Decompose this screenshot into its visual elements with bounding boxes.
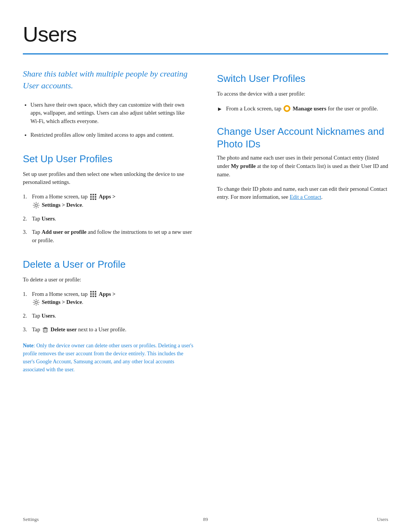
apps-icon <box>90 193 97 200</box>
svg-rect-4 <box>92 196 94 198</box>
svg-rect-18 <box>95 296 96 297</box>
delete-step-num-1: 1. <box>23 290 30 307</box>
switch-profiles-section: Switch User Profiles To access the devic… <box>217 71 388 113</box>
settings-icon-2 <box>33 299 40 306</box>
delete-step-1-text: From a Home screen, tap <box>32 290 116 307</box>
delete-step-1: 1. From a Home screen, tap <box>23 290 194 307</box>
footer-right: Users <box>377 516 388 523</box>
setup-step-3-text: Tap Add user or profile and follow the i… <box>32 228 194 245</box>
note-content: : Only the device owner can delete other… <box>23 343 193 372</box>
users-label-2: Users <box>41 313 55 319</box>
footer-center: 89 <box>203 516 208 523</box>
delete-profile-intro: To delete a user or profile: <box>23 276 194 284</box>
svg-rect-8 <box>95 198 96 200</box>
step-num-1: 1. <box>23 193 30 209</box>
change-account-para2-after: . <box>321 194 323 200</box>
change-account-section: Change User Account Nicknames and Photo … <box>217 125 388 201</box>
delete-steps-list: 1. From a Home screen, tap <box>23 290 194 334</box>
footer-page-number: 89 <box>203 516 208 522</box>
svg-rect-2 <box>95 194 96 195</box>
svg-rect-12 <box>95 291 96 292</box>
change-account-para1: The photo and name each user uses in the… <box>217 154 388 179</box>
svg-rect-1 <box>92 194 94 195</box>
step-num-3: 3. <box>23 228 30 245</box>
change-account-para2: To change their ID photo and name, each … <box>217 185 388 202</box>
manage-users-label: Manage users <box>293 105 327 112</box>
setup-step-3: 3. Tap Add user or profile and follow th… <box>23 228 194 245</box>
delete-user-label: Delete user <box>51 326 77 332</box>
setup-step-1: 1. From a Home screen, tap <box>23 193 194 209</box>
delete-step-num-3: 3. <box>23 326 30 334</box>
apps-label-2: Apps > <box>99 291 115 297</box>
svg-rect-0 <box>90 194 92 195</box>
footer-left: Settings <box>23 516 39 523</box>
delete-step-2-text: Tap Users. <box>32 312 56 320</box>
top-divider <box>23 53 388 54</box>
change-account-title: Change User Account Nicknames and Photo … <box>217 125 388 150</box>
edit-contact-link[interactable]: Edit a Contact <box>290 194 321 200</box>
setup-step-2: 2. Tap Users. <box>23 215 194 223</box>
my-profile-label: My profile <box>231 163 256 169</box>
delete-profile-title: Delete a User or Profile <box>23 257 194 272</box>
bullet-item-2: Restricted profiles allow only limited a… <box>30 131 194 139</box>
delete-note: Note: Only the device owner can delete o… <box>23 342 194 374</box>
arrow-icon: ► <box>217 105 223 113</box>
settings-icon-1 <box>33 202 40 209</box>
left-column: Share this tablet with multiple people b… <box>23 68 194 374</box>
trash-icon <box>42 327 48 333</box>
svg-rect-10 <box>90 291 92 292</box>
svg-rect-17 <box>92 296 94 297</box>
svg-rect-3 <box>90 196 92 198</box>
page-container: Users Share this tablet with multiple pe… <box>0 0 411 404</box>
svg-rect-13 <box>90 293 92 295</box>
settings-device-label-2: Settings > Device <box>42 299 82 305</box>
intro-text: Share this tablet with multiple people b… <box>23 68 194 92</box>
switch-profiles-text: From a Lock screen, tap Manage users for… <box>226 104 378 113</box>
svg-point-9 <box>35 204 37 206</box>
switch-profiles-title: Switch User Profiles <box>217 71 388 86</box>
users-label-1: Users <box>41 216 55 222</box>
setup-step-2-text: Tap Users. <box>32 215 56 223</box>
setup-profiles-intro: Set up user profiles and then select one… <box>23 170 194 187</box>
right-column: Switch User Profiles To access the devic… <box>217 68 388 374</box>
settings-device-label-1: Settings > Device <box>42 202 82 208</box>
svg-rect-5 <box>95 196 96 198</box>
note-label: Note <box>23 343 33 348</box>
add-user-label: Add user or profile <box>41 229 86 235</box>
delete-step-2: 2. Tap Users. <box>23 312 194 320</box>
svg-rect-11 <box>92 291 94 292</box>
switch-profiles-intro: To access the device with a user profile… <box>217 90 388 98</box>
apps-icon-2 <box>90 291 97 297</box>
switch-profiles-bullet: ► From a Lock screen, tap Manage users f… <box>217 104 388 113</box>
setup-step-1-text: From a Home screen, tap <box>32 193 116 209</box>
intro-bullets: Users have their own space, which they c… <box>23 101 194 139</box>
svg-rect-20 <box>43 329 47 332</box>
delete-step-3: 3. Tap <box>23 326 194 334</box>
svg-rect-6 <box>90 198 92 200</box>
svg-rect-15 <box>95 293 96 295</box>
svg-rect-7 <box>92 198 94 200</box>
apps-label: Apps > <box>99 193 115 200</box>
manage-users-icon <box>284 105 290 112</box>
delete-step-num-2: 2. <box>23 312 30 320</box>
svg-point-19 <box>35 301 37 304</box>
svg-rect-22 <box>44 328 46 328</box>
svg-rect-16 <box>90 296 92 297</box>
delete-profile-section: Delete a User or Profile To delete a use… <box>23 257 194 374</box>
bullet-item-1: Users have their own space, which they c… <box>30 101 194 126</box>
svg-rect-14 <box>92 293 94 295</box>
setup-steps-list: 1. From a Home screen, tap <box>23 193 194 245</box>
step-num-2: 2. <box>23 215 30 223</box>
setup-profiles-section: Set Up User Profiles Set up user profile… <box>23 152 194 245</box>
setup-profiles-title: Set Up User Profiles <box>23 152 194 166</box>
delete-step-3-text: Tap Delete user next to a U <box>32 326 126 334</box>
page-title: Users <box>23 18 388 50</box>
change-account-title-text: Change User Account Nicknames and Photo … <box>217 126 384 150</box>
two-column-layout: Share this tablet with multiple people b… <box>23 68 388 374</box>
